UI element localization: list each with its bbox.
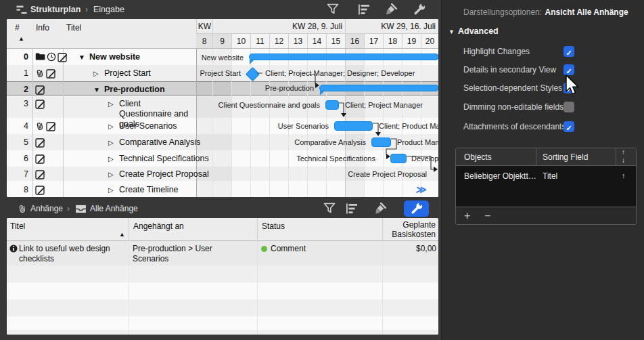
attachment-title[interactable]: Link to useful web design checklists [19,244,120,264]
col-header-titel[interactable]: Titel ▲ [7,218,129,241]
outline-icon[interactable] [357,3,371,16]
attachment-cost[interactable]: $0,00 [369,244,436,254]
column-divider [616,148,616,166]
section-header-advanced[interactable]: Advanced [458,26,499,36]
row-stripe [7,330,438,335]
sort-asc-icon[interactable]: ▲ [119,231,125,238]
col-header-geplante-basiskosten[interactable]: Geplante Basiskosten [382,218,438,241]
inspector-title-value[interactable]: Ansicht Alle Anhänge [545,7,628,17]
section-disclosure-icon[interactable]: ▼ [448,28,455,35]
attachment-status[interactable]: Comment [271,244,306,254]
row-stripe [7,265,438,282]
remove-button[interactable]: − [484,208,490,224]
structure-icon [16,5,27,14]
main-toolbar: Strukturplan › Eingabe [0,0,441,19]
object-type-cell[interactable]: Beliebiger Objektt… [464,171,536,181]
sort-up-icon[interactable]: ↑ [622,148,625,156]
tray-icon [75,205,87,213]
col-header-angehaengt-an[interactable]: Angehängt an [129,218,257,241]
settings-wrench-icon[interactable] [413,3,426,16]
breadcrumb-anhaenge[interactable]: Anhänge [30,204,63,213]
sort-direction-cell[interactable]: ↑ [622,171,626,179]
checkbox-attachments-of-descendants[interactable]: ✓ [564,121,574,132]
column-divider[interactable] [382,241,383,335]
option-label-attachments-of-descendants: Attachments of descendants [463,122,566,131]
checkbox-selection-dependent-styles[interactable]: ✓ [564,83,574,93]
breadcrumb-alle-anhaenge[interactable]: Alle Anhänge [90,204,138,213]
attachment-attached-to[interactable]: Pre-production > User Scenarios [133,244,241,264]
checkbox-highlight-changes[interactable]: ✓ [564,46,574,57]
checkbox-details-secondary-view[interactable]: ✓ [564,64,574,75]
column-divider[interactable] [257,241,258,335]
option-label-dimming-non-editable: Dimming non-editable fields [463,102,564,112]
col-header-sorting-field[interactable]: Sorting Field [543,152,588,162]
column-divider[interactable] [129,241,129,335]
outline-icon[interactable] [345,202,359,215]
checkbox-dimming-non-editable[interactable]: ✓ [564,102,574,112]
objects-sorting-table: Objects Sorting Field ↑ ↓ Beliebiger Obj… [455,148,637,225]
add-button[interactable]: + [464,208,470,224]
filter-icon[interactable] [326,3,340,16]
objects-table-footer: + − [456,207,636,224]
settings-wrench-button-active[interactable] [404,200,429,217]
option-label-selection-dependent-styles: Selection-dependent Styles [463,83,562,93]
wbs-gantt-panel: # ▲ Info Titel KW KW 28, 9. Juli KW 29, … [7,19,438,197]
breadcrumb-separator: › [67,204,70,213]
col-header-status[interactable]: Status [257,218,382,241]
status-dot-green [261,246,267,252]
col-header-objects[interactable]: Objects [464,152,492,162]
attachments-toolbar: Anhänge › Alle Anhänge [0,199,441,218]
sort-down-icon[interactable]: ↓ [622,156,625,164]
option-label-details-secondary-view: Details in secondary View [463,65,556,75]
filter-icon[interactable] [323,202,336,215]
inspector-panel: Darstellungsoptionen: Ansicht Alle Anhän… [441,0,644,340]
breadcrumb-eingabe[interactable]: Eingabe [93,5,124,14]
row-stripe [7,299,438,316]
breadcrumb-strukturplan[interactable]: Strukturplan [30,5,80,14]
style-brush-icon[interactable] [384,3,398,16]
inspector-title-label: Darstellungsoptionen: [463,7,542,17]
sorting-field-cell[interactable]: Titel [543,171,557,181]
option-label-highlight-changes: Highlight Changes [463,47,530,56]
dependency-arrows [7,19,438,197]
info-icon [9,245,18,253]
breadcrumb-separator: › [85,5,88,14]
column-divider [536,148,536,166]
objects-table-header: Objects Sorting Field ↑ ↓ [456,148,636,166]
style-brush-icon[interactable] [373,202,387,215]
paperclip-icon [18,204,27,214]
attachments-panel: Titel ▲ Angehängt an Status Geplante Bas… [7,218,438,335]
